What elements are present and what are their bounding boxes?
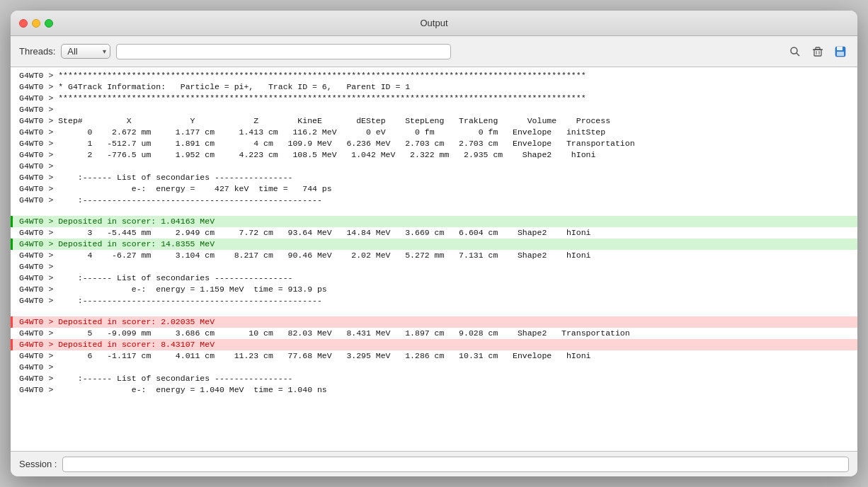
output-line: G4WT0 > ********************************…: [11, 70, 857, 81]
output-line: G4WT0 > 3 -5.445 mm 2.949 cm 7.72 cm 93.…: [11, 227, 857, 239]
toolbar: Threads: All 0 1 2 3 ▾: [11, 36, 857, 67]
output-line: G4WT0 > 6 -1.117 cm 4.011 cm 11.23 cm 77…: [11, 350, 857, 362]
clear-button[interactable]: [809, 43, 826, 60]
output-line: G4WT0 > ********************************…: [11, 93, 857, 104]
output-line: G4WT0 > e-: energy = 1.040 MeV time = 1.…: [11, 384, 857, 396]
minimize-button[interactable]: [32, 19, 40, 28]
svg-rect-4: [816, 47, 820, 50]
threads-label: Threads:: [19, 46, 55, 57]
output-line: G4WT0 > 2 -776.5 um 1.952 cm 4.223 cm 10…: [11, 149, 857, 161]
svg-rect-2: [814, 50, 821, 56]
output-line: [11, 206, 857, 216]
output-line: G4WT0 >: [11, 261, 857, 273]
main-window: Output Threads: All 0 1 2 3 ▾: [11, 11, 857, 476]
output-line: G4WT0 >: [11, 104, 857, 115]
output-line: G4WT0 >: [11, 161, 857, 172]
traffic-lights: [19, 19, 53, 28]
output-line: G4WT0 > Deposited in scorer: 2.02035 MeV: [11, 316, 857, 328]
search-button[interactable]: [787, 43, 804, 60]
output-line: G4WT0 > e-: energy = 427 keV time = 744 …: [11, 183, 857, 195]
titlebar: Output: [11, 11, 857, 36]
output-line: G4WT0 > 5 -9.099 mm 3.686 cm 10 cm 82.03…: [11, 328, 857, 339]
output-line: G4WT0 > Step# X Y Z KineE dEStep StepLen…: [11, 115, 857, 127]
thread-select[interactable]: All 0 1 2 3: [61, 44, 110, 59]
thread-select-wrapper: All 0 1 2 3 ▾: [61, 44, 110, 59]
search-icon: [789, 46, 801, 57]
maximize-button[interactable]: [45, 19, 53, 28]
window-title: Output: [420, 18, 447, 28]
output-line: [11, 306, 857, 316]
session-label: Session :: [19, 459, 57, 469]
output-line: G4WT0 > 4 -6.27 mm 3.104 cm 8.217 cm 90.…: [11, 250, 857, 261]
svg-rect-8: [837, 47, 843, 50]
save-icon: [835, 46, 846, 57]
output-line: G4WT0 > 0 2.672 mm 1.177 cm 1.413 cm 116…: [11, 127, 857, 138]
trash-icon: [812, 46, 823, 57]
output-line: G4WT0 > Deposited in scorer: 14.8355 MeV: [11, 239, 857, 250]
output-line: G4WT0 > e-: energy = 1.159 MeV time = 91…: [11, 284, 857, 295]
output-area[interactable]: G4WT0 > ********************************…: [11, 67, 857, 451]
close-button[interactable]: [19, 19, 28, 28]
output-line: G4WT0 > Deposited in scorer: 1.04163 MeV: [11, 216, 857, 227]
save-button[interactable]: [832, 43, 849, 60]
svg-line-1: [796, 53, 799, 56]
output-line: G4WT0 > :------ List of secondaries ----…: [11, 273, 857, 284]
session-bar: Session :: [11, 451, 857, 476]
output-line: G4WT0 > :-------------------------------…: [11, 195, 857, 206]
svg-rect-9: [837, 52, 844, 56]
search-input[interactable]: [116, 44, 450, 59]
output-line: G4WT0 > :------ List of secondaries ----…: [11, 373, 857, 384]
session-input[interactable]: [62, 457, 849, 472]
output-line: G4WT0 > * G4Track Information: Particle …: [11, 81, 857, 93]
output-line: G4WT0 >: [11, 362, 857, 373]
svg-point-0: [791, 47, 797, 54]
output-line: G4WT0 > :-------------------------------…: [11, 295, 857, 306]
output-line: G4WT0 > 1 -512.7 um 1.891 cm 4 cm 109.9 …: [11, 138, 857, 149]
output-line: G4WT0 > :------ List of secondaries ----…: [11, 172, 857, 183]
output-line: G4WT0 > Deposited in scorer: 8.43107 MeV: [11, 339, 857, 350]
